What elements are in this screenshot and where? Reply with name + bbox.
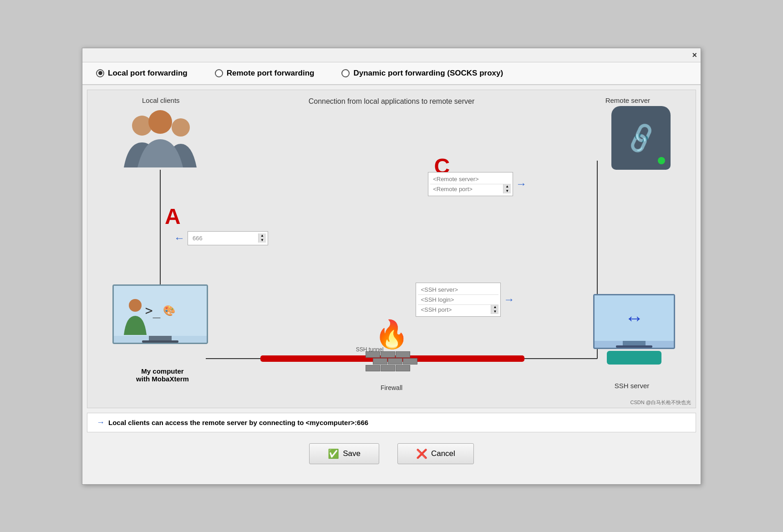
svg-point-6 bbox=[172, 118, 190, 137]
remote-server-label: Remote server bbox=[605, 96, 650, 104]
ssh-server-input[interactable] bbox=[418, 285, 491, 294]
watermark: CSDN @白马长枪不快也光 bbox=[630, 399, 691, 406]
arrow-b-icon: → bbox=[503, 293, 514, 306]
radio-bar: Local port forwarding Remote port forwar… bbox=[82, 62, 701, 85]
diagram-title: Connection from local applications to re… bbox=[309, 97, 475, 106]
save-label: Save bbox=[343, 449, 361, 458]
radio-circle-dynamic bbox=[341, 69, 350, 77]
ssh-group-b: ▲ ▼ → bbox=[416, 283, 514, 317]
cancel-icon: ❌ bbox=[416, 448, 427, 459]
radio-local[interactable]: Local port forwarding bbox=[96, 69, 188, 78]
ssh-login-input[interactable] bbox=[418, 295, 491, 304]
ssh-server-label: SSH server bbox=[605, 382, 659, 390]
cancel-button[interactable]: ❌ Cancel bbox=[397, 443, 474, 464]
remote-port-spinner: ▲ ▼ bbox=[503, 184, 511, 193]
arrow-c-icon: → bbox=[516, 177, 527, 190]
info-arrow-icon: → bbox=[97, 418, 105, 427]
save-button[interactable]: ✅ Save bbox=[309, 443, 379, 464]
remote-server-input[interactable] bbox=[430, 174, 503, 184]
my-computer-label: My computer with MobaXterm bbox=[115, 367, 210, 383]
ssh-server-icon: ↔ bbox=[593, 294, 675, 365]
cancel-label: Cancel bbox=[431, 449, 455, 458]
dialog: × Local port forwarding Remote port forw… bbox=[82, 48, 701, 485]
remote-server-icon: 🔗 bbox=[611, 106, 671, 170]
title-bar: × bbox=[82, 48, 701, 62]
button-bar: ✅ Save ❌ Cancel bbox=[82, 436, 701, 471]
label-a: A bbox=[165, 204, 181, 229]
radio-circle-remote bbox=[215, 69, 223, 77]
ssh-port-spin-down[interactable]: ▼ bbox=[491, 309, 498, 314]
radio-dynamic[interactable]: Dynamic port forwarding (SOCKS proxy) bbox=[341, 69, 503, 78]
people-icon bbox=[115, 108, 206, 167]
radio-remote[interactable]: Remote port forwarding bbox=[215, 69, 315, 78]
port-spinner: ▲ ▼ bbox=[258, 233, 266, 243]
ssh-port-spinner: ▲ ▼ bbox=[491, 305, 498, 314]
port-group-a: ← ▲ ▼ bbox=[174, 231, 268, 245]
local-port-input[interactable] bbox=[190, 233, 258, 243]
remote-port-input[interactable] bbox=[430, 184, 503, 194]
port-spin-down[interactable]: ▼ bbox=[259, 238, 266, 243]
save-icon: ✅ bbox=[328, 448, 339, 459]
radio-circle-local bbox=[96, 69, 104, 77]
ssh-input-group: ▲ ▼ bbox=[416, 283, 501, 317]
diagram-area: SSH tunnel Connection from local applica… bbox=[87, 90, 696, 408]
ssh-port-spin-up[interactable]: ▲ bbox=[491, 305, 498, 309]
ssh-port-input[interactable] bbox=[418, 305, 491, 314]
svg-point-7 bbox=[148, 110, 172, 134]
info-bar: → Local clients can access the remote se… bbox=[87, 413, 696, 432]
svg-point-8 bbox=[129, 299, 142, 312]
firewall-icon: 🔥 bbox=[366, 318, 417, 371]
arrow-a-icon: ← bbox=[174, 232, 185, 244]
my-computer-icon: >_ 🎨 bbox=[112, 284, 208, 344]
port-input-group: ▲ ▼ bbox=[188, 231, 268, 245]
remote-port-spin-down[interactable]: ▼ bbox=[503, 189, 511, 193]
info-text: Local clients can access the remote serv… bbox=[108, 419, 368, 426]
close-button[interactable]: × bbox=[692, 51, 697, 59]
remote-port-spin-up[interactable]: ▲ bbox=[503, 184, 511, 189]
remote-group-c: ▲ ▼ → bbox=[428, 172, 527, 196]
remote-input-group: ▲ ▼ bbox=[428, 172, 513, 196]
port-spin-up[interactable]: ▲ bbox=[259, 233, 266, 238]
local-clients-label: Local clients bbox=[142, 96, 180, 104]
firewall-label: Firewall bbox=[381, 384, 402, 391]
